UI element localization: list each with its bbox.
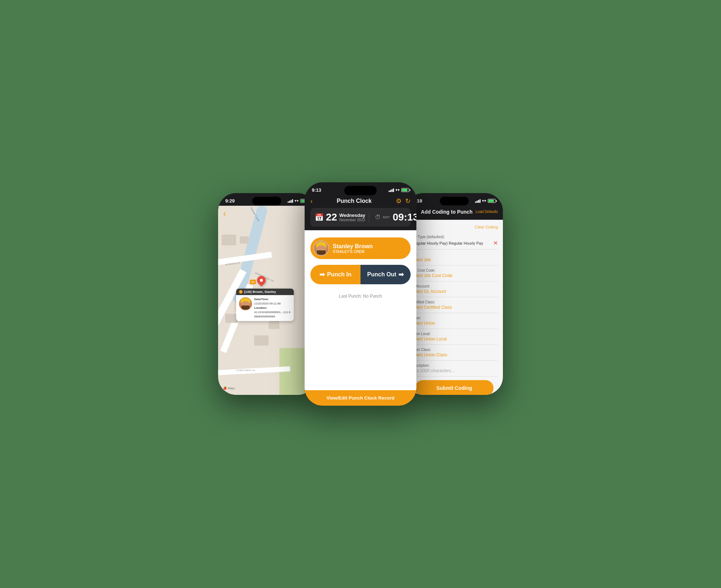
coding-screen-container: 9:19 ▾▾ ‹ Add Coding to P — [406, 193, 503, 395]
date-time-bar: 📅 22 Wednesday November 2023 ⏱ MST 09:13… — [310, 208, 411, 227]
phones-container: 9:29 ▾▾ Holmes — [198, 182, 523, 406]
coding-body: Clear Coding Pay Type (defaulted): (Regu… — [406, 220, 503, 395]
block-1 — [222, 235, 236, 245]
field-ul-label: Union Local: — [411, 332, 498, 336]
battery-center — [401, 188, 409, 192]
popup-info: Date/Time: 11/22/2023 09:11:08 Location:… — [254, 297, 291, 319]
punch-out-button[interactable]: Punch Out ➡ — [360, 265, 411, 284]
delete-pay-type-icon[interactable]: ✕ — [493, 240, 498, 246]
field-job-value: Select Job — [411, 257, 498, 262]
field-uc-value: Select Union Class — [411, 352, 498, 357]
punch-in-button[interactable]: ➡ Punch In — [310, 265, 360, 284]
popup-avatar — [239, 297, 252, 310]
back-arrow-left[interactable]: ‹ — [223, 209, 226, 219]
in-badge: In — [250, 280, 256, 284]
punch-out-icon: ➡ — [398, 271, 404, 279]
last-punch-label: Last Punch: — [339, 294, 362, 299]
submit-coding-button[interactable]: Submit Coding — [415, 380, 494, 395]
field-jcc-value: Select Job Cost Code — [411, 273, 498, 278]
signal-bar-1 — [288, 201, 289, 203]
refresh-icon[interactable]: ↻ — [405, 197, 411, 205]
apple-maps-badge: 🍎 Maps — [223, 387, 235, 390]
field-job[interactable]: Job: Select Job — [411, 250, 498, 266]
popup-location: 41.01924000000001, -111.96889999999999 — [254, 310, 291, 319]
field-gl-account[interactable]: GL Account: Select GL Account — [411, 281, 498, 297]
wifi-right: ▾▾ — [482, 199, 486, 203]
signal-left — [288, 199, 293, 203]
road-label-3: S VIEW CREST LN — [236, 369, 255, 371]
coding-header: ‹ Add Coding to Punch Load Defaults — [406, 206, 503, 220]
field-gl-value: Select GL Account — [411, 289, 498, 294]
punch-body: Stanley Brown STANLEY'S CREW ➡ Punch In … — [305, 230, 416, 390]
field-union-label: Union: — [411, 316, 498, 320]
field-description[interactable]: Description: Max 1000 characters... — [411, 361, 498, 377]
footer-label: View/Edit Punch Clock Record — [327, 395, 394, 401]
punch-nav: ‹ Punch Clock ⚙ ↻ — [310, 197, 411, 205]
field-pay-type-label: Pay Type (defaulted): — [411, 235, 498, 239]
popup-avatar-face — [239, 297, 252, 310]
signal-bar-4 — [292, 199, 293, 203]
punch-footer[interactable]: View/Edit Punch Clock Record — [305, 390, 416, 406]
day-name: Wednesday — [339, 213, 365, 218]
settings-icon[interactable]: ⚙ — [396, 197, 402, 205]
punch-clock-screen: 9:13 ▾▾ ‹ Pu — [305, 182, 416, 406]
field-pay-type: Pay Type (defaulted): (Regular Hourly Pa… — [411, 232, 498, 250]
signal-right — [475, 199, 481, 203]
popup-location-label: Location: — [254, 306, 291, 310]
time-section: ⏱ MST 09:13 24 AM — [372, 211, 416, 223]
field-union[interactable]: Union: Select Union — [411, 313, 498, 329]
field-job-cost-code[interactable]: Job Cost Code: Select Job Cost Code — [411, 266, 498, 281]
coding-body-wrapper: Clear Coding Pay Type (defaulted): (Regu… — [406, 220, 503, 395]
signal-c4 — [393, 188, 394, 192]
field-certified-class[interactable]: Certified Class: Select Certified Class — [411, 297, 498, 313]
signal-center — [389, 188, 394, 192]
employee-avatar — [313, 240, 329, 256]
calendar-icon: 📅 — [315, 213, 324, 222]
field-job-label: Job: — [411, 253, 498, 257]
phone-left: 9:29 ▾▾ Holmes — [218, 193, 315, 395]
signal-r1 — [475, 201, 476, 203]
status-icons-center: ▾▾ — [389, 188, 409, 192]
header-actions: ⚙ ↻ — [396, 197, 411, 205]
load-defaults[interactable]: Load Defaults — [475, 210, 498, 214]
battery-right — [488, 199, 496, 203]
signal-bar-3 — [291, 200, 292, 203]
dynamic-island-left — [252, 197, 281, 205]
status-icons-right: ▾▾ — [475, 199, 496, 203]
battery-fill-center — [402, 189, 407, 191]
popup-body: Date/Time: 11/22/2023 09:11:08 Location:… — [236, 295, 294, 321]
beard — [242, 306, 249, 309]
signal-c3 — [392, 189, 393, 192]
signal-c2 — [390, 190, 391, 192]
date-text: Wednesday November 2023 — [339, 213, 365, 222]
popup-datetime: 11/22/2023 09:11:08 — [254, 302, 291, 306]
punch-in-icon: ➡ — [319, 271, 325, 279]
punch-buttons: ➡ Punch In Punch Out ➡ — [310, 265, 411, 284]
field-union-local[interactable]: Union Local: Select Union Local — [411, 329, 498, 345]
wifi-center: ▾▾ — [395, 188, 400, 192]
popup-name: (135) Brown, Stanley — [244, 290, 276, 294]
block-5 — [254, 335, 269, 346]
apple-icon: 🍎 — [223, 387, 227, 390]
signal-r3 — [478, 200, 479, 203]
signal-c1 — [389, 191, 390, 192]
last-punch: Last Punch: No Punch — [339, 294, 382, 299]
field-union-class[interactable]: Union Class: Select Union Class — [411, 345, 498, 361]
field-pay-type-value: (Regular Hourly Pay) Regular Hourly Pay — [411, 241, 483, 245]
wifi-icon-left: ▾▾ — [295, 199, 299, 203]
phone-center: 9:13 ▾▾ ‹ Pu — [305, 182, 416, 406]
employee-info: Stanley Brown STANLEY'S CREW — [333, 243, 373, 254]
punch-out-label: Punch Out — [367, 271, 397, 278]
clear-coding[interactable]: Clear Coding — [411, 223, 498, 232]
signal-bar-2 — [289, 201, 290, 203]
punch-header: ‹ Punch Clock ⚙ ↻ 📅 22 Wednesday Novembe — [305, 195, 416, 230]
map-view: Holmes Creek W RAMOLA ST MORNING SIDE CI… — [218, 206, 315, 395]
employee-crew: STANLEY'S CREW — [333, 250, 373, 254]
time-center: 9:13 — [312, 187, 321, 193]
map-screen-container: 9:29 ▾▾ Holmes — [218, 193, 315, 395]
field-jcc-label: Job Cost Code: — [411, 268, 498, 272]
employee-beard — [317, 250, 326, 255]
field-cc-value: Select Certified Class — [411, 305, 498, 310]
field-ul-value: Select Union Local — [411, 337, 498, 342]
clock-icon: ⏱ — [375, 214, 381, 220]
